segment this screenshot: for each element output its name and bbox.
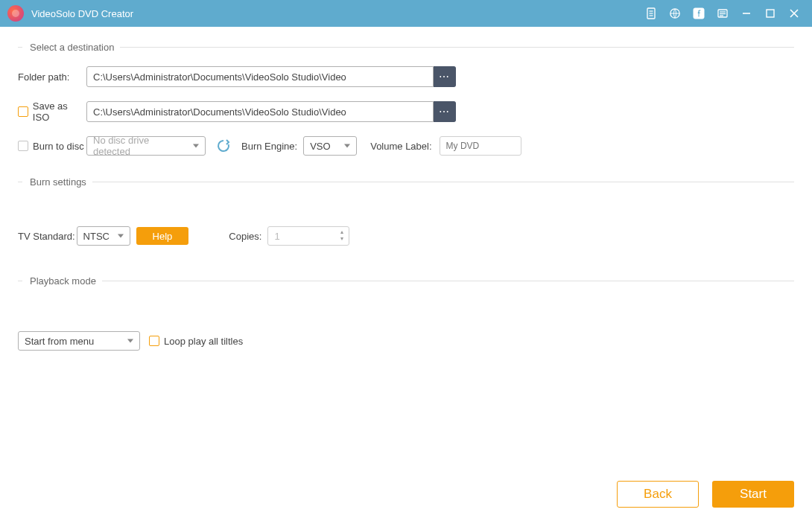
burn-disc-label: Burn to disc <box>33 141 84 152</box>
globe-icon[interactable] <box>664 3 685 24</box>
copies-up-icon[interactable]: ▴ <box>338 228 346 235</box>
burn-engine-label: Burn Engine: <box>241 141 297 152</box>
tv-standard-select[interactable]: NTSC <box>77 226 130 246</box>
burn-disc-checkbox[interactable] <box>18 141 28 151</box>
start-button[interactable]: Start <box>712 481 794 508</box>
save-iso-label: Save as ISO <box>33 100 86 123</box>
folder-path-label: Folder path: <box>18 71 86 83</box>
section-playback-title: Playback mode <box>22 275 102 287</box>
menu-icon[interactable] <box>712 3 733 24</box>
refresh-icon[interactable] <box>216 138 231 153</box>
disc-drive-value: No disc drive detected <box>93 135 188 157</box>
section-burn-title: Burn settings <box>22 176 92 188</box>
help-button[interactable]: Help <box>136 227 189 245</box>
volume-label-input[interactable] <box>440 136 521 156</box>
copies-down-icon[interactable]: ▾ <box>338 235 346 242</box>
save-iso-input[interactable] <box>86 101 434 122</box>
playback-start-value: Start from menu <box>25 336 94 347</box>
section-destination-title: Select a destination <box>22 42 120 53</box>
copies-label: Copies: <box>229 231 261 242</box>
facebook-icon[interactable] <box>688 3 709 24</box>
playback-start-select[interactable]: Start from menu <box>18 331 140 351</box>
loop-play-checkbox[interactable] <box>149 336 159 346</box>
tv-standard-value: NTSC <box>83 231 110 242</box>
tv-standard-label: TV Standard: <box>18 231 75 242</box>
section-destination-header: Select a destination <box>18 42 794 53</box>
app-logo <box>7 5 24 22</box>
copies-input[interactable]: 1 ▴ ▾ <box>267 226 349 246</box>
burn-engine-value: VSO <box>310 141 330 152</box>
folder-path-input[interactable] <box>86 66 434 87</box>
section-burn-header: Burn settings <box>18 176 794 188</box>
volume-label-label: Volume Label: <box>370 141 431 152</box>
disc-drive-select[interactable]: No disc drive detected <box>86 136 206 156</box>
minimize-icon[interactable] <box>736 3 757 24</box>
maximize-icon[interactable] <box>760 3 781 24</box>
document-icon[interactable] <box>641 3 662 24</box>
close-icon[interactable] <box>784 3 805 24</box>
back-button[interactable]: Back <box>617 481 699 508</box>
save-iso-checkbox[interactable] <box>18 106 28 117</box>
svg-rect-11 <box>767 10 774 17</box>
loop-play-label: Loop play all tiltles <box>164 336 243 347</box>
copies-value: 1 <box>274 231 279 242</box>
section-playback-header: Playback mode <box>18 275 794 287</box>
save-iso-browse-button[interactable]: ⋯ <box>434 101 456 122</box>
titlebar: VideoSolo DVD Creator <box>0 0 812 27</box>
footer: Back Start <box>617 481 794 508</box>
folder-path-browse-button[interactable]: ⋯ <box>434 66 456 87</box>
app-title: VideoSolo DVD Creator <box>31 8 133 19</box>
burn-engine-select[interactable]: VSO <box>303 136 357 156</box>
